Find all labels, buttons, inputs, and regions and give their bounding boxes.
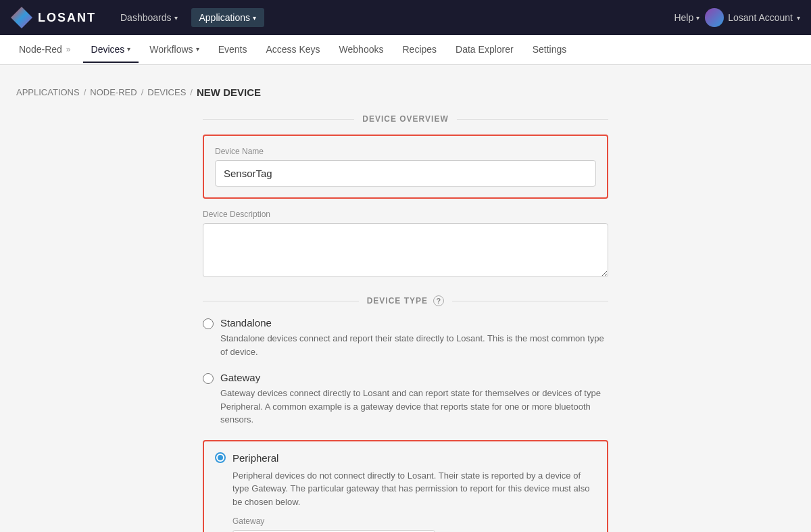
peripheral-option: Peripheral Peripheral devices do not con…: [203, 440, 608, 533]
help-chevron-icon: ▾: [696, 14, 699, 22]
workflows-chevron-icon: ▾: [196, 45, 199, 53]
dashboards-chevron-icon: ▾: [174, 14, 178, 22]
nav-item-webhooks[interactable]: Webhooks: [331, 37, 392, 63]
help-button[interactable]: Help ▾: [674, 12, 699, 23]
applications-nav-button[interactable]: Applications ▾: [191, 8, 265, 27]
dashboards-nav-button[interactable]: Dashboards ▾: [112, 8, 186, 27]
form-container: DEVICE OVERVIEW Device Name Device Descr…: [203, 114, 608, 532]
logo-diamond-icon: [11, 7, 32, 28]
breadcrumb-sep-1: /: [84, 87, 87, 97]
breadcrumb-sep-2: /: [141, 87, 144, 97]
nav-item-workflows[interactable]: Workflows ▾: [141, 37, 207, 63]
breadcrumb-sep-3: /: [190, 87, 193, 97]
peripheral-radio[interactable]: [215, 452, 226, 463]
standalone-radio-row: Standalone: [203, 317, 608, 329]
gateway-option: Gateway Gateway devices connect directly…: [203, 372, 608, 427]
device-name-field: Device Name: [215, 147, 596, 187]
gateway-radio-row: Gateway: [203, 372, 608, 384]
top-nav-left: LOSANT Dashboards ▾ Applications ▾: [11, 7, 264, 28]
device-name-label: Device Name: [215, 147, 596, 156]
nav-separator: »: [66, 45, 71, 54]
device-type-label: DEVICE TYPE ?: [367, 295, 445, 306]
device-description-label: Device Description: [203, 210, 608, 219]
nav-item-settings[interactable]: Settings: [524, 37, 575, 63]
avatar-image: [705, 8, 724, 27]
breadcrumb: APPLICATIONS / NODE-RED / DEVICES / NEW …: [16, 87, 795, 98]
top-nav-right: Help ▾ Losant Account ▾: [674, 8, 800, 27]
gateway-sub-label: Gateway: [232, 516, 596, 526]
device-description-input[interactable]: [203, 223, 608, 277]
applications-chevron-icon: ▾: [253, 14, 256, 22]
gateway-description: Gateway devices connect directly to Losa…: [220, 387, 608, 427]
breadcrumb-node-red[interactable]: NODE-RED: [90, 87, 137, 97]
device-name-group: Device Name: [203, 135, 608, 199]
nav-item-recipes[interactable]: Recipes: [394, 37, 445, 63]
device-name-input[interactable]: [215, 160, 596, 187]
top-navigation: LOSANT Dashboards ▾ Applications ▾ Help …: [0, 0, 811, 35]
breadcrumb-devices[interactable]: DEVICES: [147, 87, 186, 97]
peripheral-label: Peripheral: [232, 452, 278, 464]
device-overview-label: DEVICE OVERVIEW: [362, 114, 448, 124]
standalone-radio[interactable]: [203, 318, 214, 329]
device-type-help-icon[interactable]: ?: [433, 295, 444, 306]
device-description-field: Device Description: [203, 210, 608, 279]
logo[interactable]: LOSANT: [11, 7, 96, 28]
account-button[interactable]: Losant Account ▾: [705, 8, 800, 27]
standalone-label: Standalone: [220, 317, 272, 329]
peripheral-radio-row: Peripheral: [215, 452, 596, 464]
gateway-label: Gateway: [220, 372, 260, 383]
breadcrumb-applications[interactable]: APPLICATIONS: [16, 87, 80, 97]
breadcrumb-current: NEW DEVICE: [197, 87, 261, 98]
nav-item-data-explorer[interactable]: Data Explorer: [447, 37, 522, 63]
nav-item-devices[interactable]: Devices ▾: [83, 37, 139, 63]
gateway-radio[interactable]: [203, 373, 214, 384]
avatar: [705, 8, 724, 27]
nav-item-access-keys[interactable]: Access Keys: [257, 37, 328, 63]
device-overview-section-header: DEVICE OVERVIEW: [203, 114, 608, 124]
nav-item-events[interactable]: Events: [210, 37, 255, 63]
peripheral-description: Peripheral devices do not connect direct…: [232, 469, 596, 509]
standalone-description: Standalone devices connect and report th…: [220, 332, 608, 358]
main-content: APPLICATIONS / NODE-RED / DEVICES / NEW …: [0, 65, 811, 532]
logo-text: LOSANT: [38, 11, 96, 25]
standalone-option: Standalone Standalone devices connect an…: [203, 317, 608, 358]
device-type-section-header: DEVICE TYPE ?: [203, 295, 608, 306]
secondary-navigation: Node-Red » Devices ▾ Workflows ▾ Events …: [0, 35, 811, 65]
devices-chevron-icon: ▾: [127, 45, 130, 53]
account-chevron-icon: ▾: [797, 14, 800, 22]
nav-item-node-red[interactable]: Node-Red »: [11, 37, 80, 63]
